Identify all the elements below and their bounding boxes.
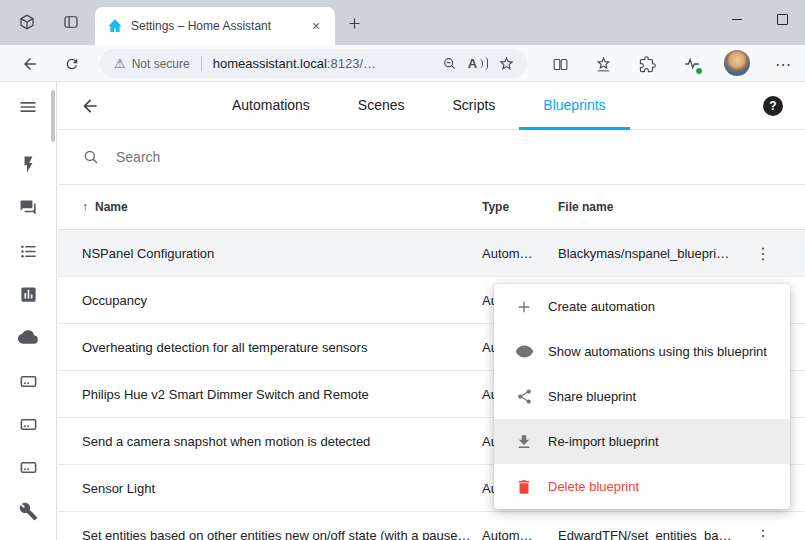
blueprint-context-menu: Create automation Show automations using… — [494, 284, 790, 509]
row-name: Philips Hue v2 Smart Dimmer Switch and R… — [82, 387, 482, 402]
sidebar-item-addon-2[interactable] — [16, 412, 40, 436]
address-bar[interactable]: ⚠ Not secure homeassistant.local:8123/… … — [100, 49, 527, 78]
address-divider — [201, 56, 202, 71]
url-text[interactable]: homeassistant.local:8123/… — [213, 56, 376, 71]
sidebar-item-addon-3[interactable] — [16, 455, 40, 479]
lightning-icon — [19, 155, 38, 174]
sidebar-item-energy[interactable] — [16, 152, 40, 176]
sidebar-item-todo[interactable] — [16, 239, 40, 263]
tab-blueprints[interactable]: Blueprints — [519, 82, 629, 130]
row-file: EdwardTFN/set_entities_bas… — [558, 528, 743, 540]
refresh-icon[interactable] — [60, 52, 84, 76]
zoom-icon[interactable] — [439, 53, 461, 75]
forum-icon — [19, 198, 38, 217]
browser-tab-strip: Settings – Home Assistant × — [0, 0, 805, 45]
sidebar-scrollbar[interactable] — [51, 90, 55, 142]
ha-header: Automations Scenes Scripts Blueprints ? — [58, 82, 805, 130]
menu-item-delete-blueprint[interactable]: Delete blueprint — [494, 464, 790, 509]
read-aloud-icon[interactable]: A — [467, 53, 489, 75]
home-assistant-favicon — [107, 18, 123, 34]
column-header-file[interactable]: File name — [558, 200, 743, 214]
browser-toolbar: ⚠ Not secure homeassistant.local:8123/… … — [0, 45, 805, 82]
row-type: Autom… — [482, 528, 558, 540]
table-row[interactable]: Set entities based on other entities new… — [58, 512, 805, 540]
split-screen-icon[interactable] — [548, 52, 572, 76]
row-name: Overheating detection for all temperatur… — [82, 340, 482, 355]
row-name: Occupancy — [82, 293, 482, 308]
favorites-icon[interactable] — [591, 52, 615, 76]
plus-icon — [514, 297, 534, 317]
search-input[interactable] — [116, 149, 436, 165]
menu-item-show-automations[interactable]: Show automations using this blueprint — [494, 329, 790, 374]
cloud-icon — [18, 327, 38, 347]
column-header-name[interactable]: ↑ Name — [82, 200, 482, 214]
row-name: Sensor Light — [82, 481, 482, 496]
menu-item-reimport-blueprint[interactable]: Re-import blueprint — [494, 419, 790, 464]
extensions-icon[interactable] — [635, 52, 659, 76]
search-icon — [82, 148, 100, 166]
share-icon — [514, 387, 534, 407]
search-bar — [58, 130, 805, 185]
table-row[interactable]: NSPanel Configuration Autom… Blackymas/n… — [58, 230, 805, 277]
row-file: Blackymas/nspanel_blueprin… — [558, 246, 743, 261]
menu-item-share-blueprint[interactable]: Share blueprint — [494, 374, 790, 419]
eye-icon — [514, 342, 534, 362]
sidebar-item-tools[interactable] — [16, 499, 40, 523]
url-host: homeassistant.local — [213, 56, 327, 71]
tab-close-icon[interactable]: × — [307, 17, 325, 35]
row-overflow-menu-icon[interactable]: ⋮ — [751, 241, 775, 265]
chart-icon — [19, 285, 38, 304]
workspaces-icon[interactable] — [16, 11, 38, 33]
essentials-status-dot — [695, 67, 703, 75]
row-name: NSPanel Configuration — [82, 246, 482, 261]
row-name: Set entities based on other entities new… — [82, 528, 482, 540]
favorite-star-icon[interactable] — [495, 53, 517, 75]
browser-essentials-icon[interactable] — [680, 52, 704, 76]
new-tab-button[interactable] — [344, 13, 364, 33]
list-icon — [19, 242, 38, 261]
row-overflow-menu-icon[interactable]: ⋮ — [751, 523, 775, 540]
tab-scenes[interactable]: Scenes — [334, 82, 429, 130]
server-icon — [19, 372, 38, 391]
maximize-button[interactable] — [759, 0, 805, 38]
menu-item-create-automation[interactable]: Create automation — [494, 284, 790, 329]
wrench-icon — [19, 502, 38, 521]
sidebar-item-history[interactable] — [16, 282, 40, 306]
security-label[interactable]: Not secure — [132, 57, 190, 71]
minimize-button[interactable] — [714, 0, 760, 38]
browser-tab[interactable]: Settings – Home Assistant × — [95, 7, 335, 45]
row-name: Send a camera snapshot when motion is de… — [82, 434, 482, 449]
tab-scripts[interactable]: Scripts — [429, 82, 520, 130]
sidebar-item-cloud[interactable] — [16, 325, 40, 349]
sidebar-item-logbook[interactable] — [16, 195, 40, 219]
server-icon — [19, 415, 38, 434]
more-menu-icon[interactable]: ⋯ — [771, 52, 795, 76]
tab-title: Settings – Home Assistant — [131, 19, 307, 33]
sidebar — [0, 82, 57, 540]
row-type: Autom… — [482, 246, 558, 261]
server-icon — [19, 458, 38, 477]
not-secure-warning-icon: ⚠ — [114, 56, 126, 71]
download-icon — [514, 432, 534, 452]
ha-back-icon[interactable] — [80, 96, 100, 116]
back-icon[interactable] — [18, 52, 42, 76]
tab-automations[interactable]: Automations — [208, 82, 334, 130]
column-header-type[interactable]: Type — [482, 200, 558, 214]
url-path: :8123/… — [327, 56, 376, 71]
profile-avatar[interactable] — [724, 50, 750, 76]
ha-tab-bar: Automations Scenes Scripts Blueprints — [208, 82, 630, 130]
help-icon[interactable]: ? — [763, 96, 783, 116]
sort-ascending-icon: ↑ — [82, 200, 88, 214]
sidebar-item-addon-1[interactable] — [16, 369, 40, 393]
trash-icon — [514, 477, 534, 497]
hamburger-menu-icon[interactable] — [16, 95, 40, 119]
vertical-tabs-icon[interactable] — [60, 11, 82, 33]
table-header: ↑ Name Type File name — [58, 185, 805, 230]
